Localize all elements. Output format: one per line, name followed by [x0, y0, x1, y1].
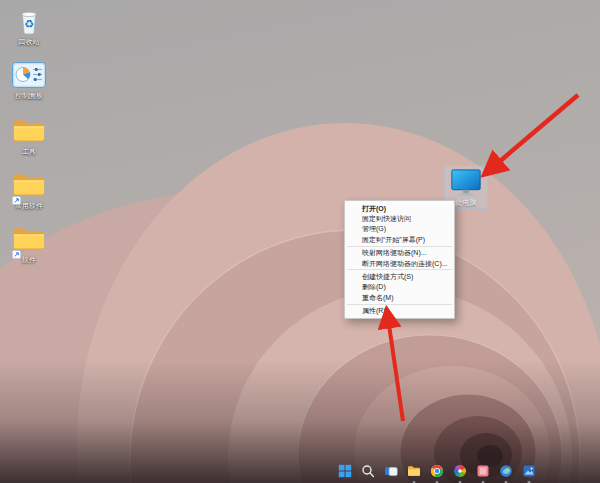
desktop[interactable]: ♻回收站控制面板工具常用软件软件 此电脑 打开(O)固定到快速访问管理(G)固定…: [0, 0, 600, 483]
control-panel-icon: [12, 60, 46, 90]
menu-item[interactable]: 创建快捷方式(S): [345, 271, 454, 281]
running-indicator: [436, 481, 439, 483]
task-view-button[interactable]: [384, 466, 398, 480]
desktop-icon-label: 回收站: [19, 38, 40, 46]
menu-item[interactable]: 固定到快速访问: [345, 213, 454, 223]
paint-app-button[interactable]: [499, 466, 513, 480]
shortcut-arrow-icon: [12, 245, 21, 254]
running-indicator: [528, 481, 531, 483]
running-indicator: [482, 481, 485, 483]
pink-app-icon: [476, 464, 490, 482]
search-button[interactable]: [361, 466, 375, 480]
taskbar-icons: [338, 462, 536, 483]
menu-separator: [347, 246, 452, 247]
this-pc-icon: [449, 168, 483, 198]
menu-separator: [347, 304, 452, 305]
rainbow-browser-icon: [453, 464, 467, 482]
menu-separator: [347, 269, 452, 270]
menu-item[interactable]: 删除(D): [345, 282, 454, 292]
menu-item[interactable]: 映射网络驱动器(N)...: [345, 248, 454, 258]
svg-text:♻: ♻: [24, 18, 34, 30]
photos-button[interactable]: [522, 466, 536, 480]
chrome-button[interactable]: [430, 466, 444, 480]
desktop-icon-folder-apps[interactable]: 常用软件: [8, 170, 50, 210]
folder-icon: [12, 170, 46, 200]
photos-icon: [522, 464, 536, 482]
menu-item[interactable]: 重命名(M): [345, 292, 454, 302]
wallpaper-bloom: [0, 0, 600, 483]
start-button[interactable]: [338, 466, 352, 480]
menu-item[interactable]: 固定到“开始”屏幕(P): [345, 234, 454, 244]
folder-icon: [12, 116, 46, 146]
explorer-icon: [407, 464, 421, 482]
start-icon: [338, 464, 352, 482]
desktop-icon-recycle-bin[interactable]: ♻回收站: [8, 6, 50, 46]
desktop-icon-folder-tools[interactable]: 工具: [8, 116, 50, 156]
running-indicator: [459, 481, 462, 483]
task-view-icon: [384, 464, 398, 482]
running-indicator: [505, 481, 508, 483]
menu-item[interactable]: 管理(G): [345, 224, 454, 234]
file-explorer-button[interactable]: [407, 466, 421, 480]
menu-item[interactable]: 打开(O): [345, 203, 454, 213]
menu-item[interactable]: 属性(R): [345, 306, 454, 316]
desktop-icon-control-panel[interactable]: 控制面板: [8, 60, 50, 100]
browser-button[interactable]: [453, 466, 467, 480]
desktop-icon-label: 控制面板: [15, 92, 43, 100]
paint-app-icon: [499, 464, 513, 482]
recycle-bin-icon: ♻: [12, 6, 46, 36]
search-icon: [361, 464, 375, 482]
pink-app-button[interactable]: [476, 466, 490, 480]
folder-icon: [12, 224, 46, 254]
desktop-icon-label: 工具: [22, 148, 36, 156]
taskbar: [0, 462, 600, 483]
running-indicator: [413, 481, 416, 483]
context-menu: 打开(O)固定到快速访问管理(G)固定到“开始”屏幕(P)映射网络驱动器(N).…: [344, 200, 455, 319]
desktop-icon-label: 软件: [22, 256, 36, 264]
chrome-icon: [430, 464, 444, 482]
desktop-icon-folder-soft[interactable]: 软件: [8, 224, 50, 264]
menu-item[interactable]: 断开网络驱动器的连接(C)...: [345, 258, 454, 268]
shortcut-arrow-icon: [12, 191, 21, 200]
